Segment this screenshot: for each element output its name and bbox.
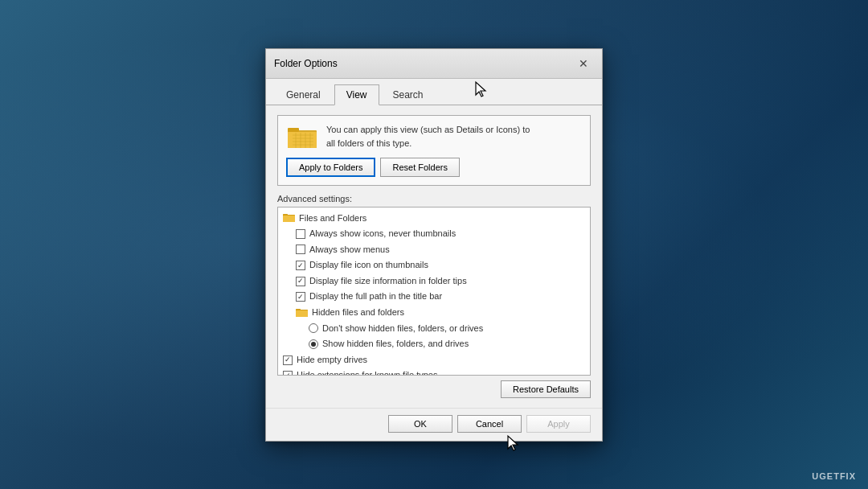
reset-folders-button[interactable]: Reset Folders (380, 158, 459, 177)
settings-item-label: Hide extensions for known file types (297, 368, 437, 374)
svg-rect-13 (283, 216, 295, 222)
dialog-body: You can apply this view (such as Details… (266, 105, 602, 408)
checkbox-icon: ✓ (296, 277, 305, 286)
apply-to-folders-button[interactable]: Apply to Folders (286, 158, 375, 177)
dialog-window: Folder Options ✕ General View Search (265, 48, 603, 442)
settings-item-label: Always show icons, never thumbnails (309, 227, 456, 241)
settings-category-label: Hidden files and folders (312, 306, 404, 320)
checkbox-icon: ✓ (283, 371, 293, 374)
svg-rect-1 (288, 128, 299, 132)
title-bar-controls: ✕ (573, 55, 594, 72)
settings-item[interactable]: ✓Display the full path in the title bar (280, 289, 588, 305)
restore-defaults-button[interactable]: Restore Defaults (501, 380, 591, 398)
settings-item-label: Show hidden files, folders, and drives (322, 337, 469, 351)
settings-item[interactable]: ✓Hide empty drives (280, 352, 588, 368)
settings-item[interactable]: Don't show hidden files, folders, or dri… (280, 321, 588, 337)
settings-item[interactable]: Hidden files and folders (280, 305, 588, 321)
settings-list-container: Files and FoldersAlways show icons, neve… (277, 207, 591, 376)
settings-item-label: Display the full path in the title bar (309, 290, 442, 304)
folder-view-buttons: Apply to Folders Reset Folders (286, 158, 582, 177)
folder-view-section: You can apply this view (such as Details… (277, 115, 591, 186)
settings-item-label: Don't show hidden files, folders, or dri… (322, 322, 483, 336)
tab-bar: General View Search (266, 79, 602, 105)
settings-item[interactable]: Always show icons, never thumbnails (280, 226, 588, 242)
folder-icon-large (286, 122, 318, 151)
tab-general[interactable]: General (274, 84, 333, 105)
settings-item[interactable]: ✓Display file size information in folder… (280, 273, 588, 290)
watermark: UGETFIX (812, 471, 856, 481)
svg-rect-16 (296, 310, 308, 317)
close-button[interactable]: ✕ (573, 55, 594, 72)
radio-icon (309, 323, 318, 333)
folder-view-text: You can apply this view (such as Details… (326, 123, 582, 150)
apply-button[interactable]: Apply (526, 415, 591, 433)
settings-list[interactable]: Files and FoldersAlways show icons, neve… (278, 208, 590, 375)
settings-item[interactable]: ✓Hide extensions for known file types (280, 368, 588, 374)
checkbox-icon (296, 244, 305, 254)
checkbox-icon: ✓ (296, 292, 305, 302)
restore-area: Restore Defaults (277, 380, 591, 398)
settings-item-label: Always show menus (309, 243, 390, 257)
settings-item-label: Hide empty drives (297, 353, 367, 368)
settings-item[interactable]: ✓Display file icon on thumbnails (280, 257, 588, 273)
svg-rect-2 (288, 132, 317, 148)
advanced-label: Advanced settings: (277, 194, 591, 203)
checkbox-icon: ✓ (296, 261, 305, 270)
settings-item[interactable]: Show hidden files, folders, and drives (280, 336, 588, 352)
settings-item-label: Display file size information in folder … (309, 274, 467, 289)
tab-search[interactable]: Search (381, 84, 436, 105)
dialog-footer: OK Cancel Apply (266, 408, 602, 441)
settings-item-label: Display file icon on thumbnails (309, 258, 428, 273)
checkbox-icon: ✓ (283, 355, 293, 365)
cancel-button[interactable]: Cancel (457, 415, 522, 433)
dialog-title: Folder Options (274, 58, 338, 69)
settings-item[interactable]: Files and Folders (280, 211, 588, 227)
folder-view-content: You can apply this view (such as Details… (286, 122, 582, 151)
settings-category-label: Files and Folders (299, 212, 366, 226)
folder-small-icon (296, 307, 309, 318)
title-bar: Folder Options ✕ (266, 49, 602, 79)
radio-icon (309, 339, 318, 349)
settings-item[interactable]: Always show menus (280, 242, 588, 258)
tab-view[interactable]: View (334, 84, 379, 105)
folder-view-description: You can apply this view (such as Details… (326, 123, 582, 150)
ok-button[interactable]: OK (388, 415, 452, 433)
folder-small-icon (283, 212, 296, 224)
checkbox-icon (296, 229, 305, 239)
